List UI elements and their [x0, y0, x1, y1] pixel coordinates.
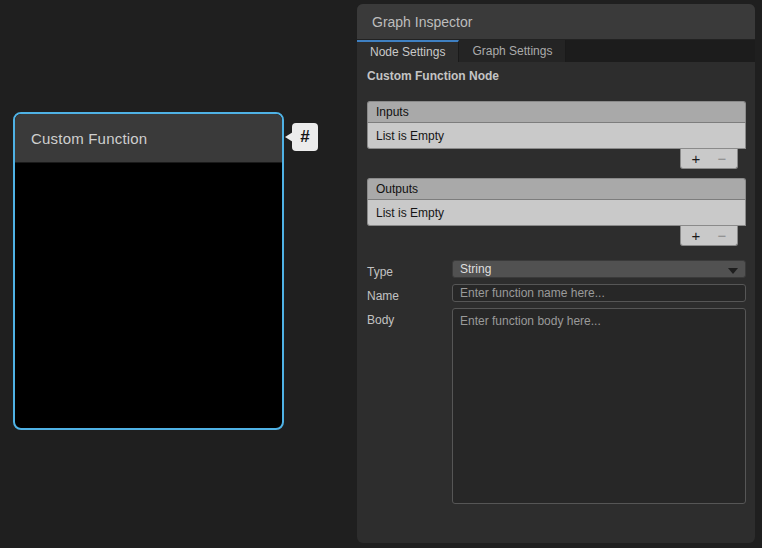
node-title: Custom Function: [31, 130, 147, 147]
inputs-add-button[interactable]: +: [685, 151, 707, 167]
inputs-empty-text: List is Empty: [376, 129, 444, 143]
section-heading: Custom Function Node: [367, 69, 499, 83]
outputs-remove-button[interactable]: −: [711, 228, 733, 244]
inputs-list-header: Inputs: [367, 101, 746, 123]
outputs-add-button[interactable]: +: [685, 228, 707, 244]
inputs-remove-button[interactable]: −: [711, 151, 733, 167]
type-label: Type: [367, 265, 393, 279]
tab-node-settings[interactable]: Node Settings: [357, 40, 459, 62]
inspector-titlebar[interactable]: Graph Inspector: [357, 4, 755, 40]
hash-glyph: #: [300, 127, 309, 147]
outputs-list-header: Outputs: [367, 178, 746, 200]
inputs-list: Inputs List is Empty + −: [367, 101, 746, 169]
function-name-input[interactable]: [452, 284, 746, 302]
inspector-tabbar: Node Settings Graph Settings: [357, 40, 755, 62]
inputs-list-title: Inputs: [376, 105, 409, 119]
node-title-bar[interactable]: Custom Function: [15, 114, 282, 163]
hash-badge-icon[interactable]: #: [292, 123, 318, 151]
outputs-list-footer: + −: [680, 226, 738, 246]
tab-node-settings-label: Node Settings: [370, 45, 445, 59]
outputs-empty-row: List is Empty: [367, 200, 746, 226]
custom-function-node[interactable]: Custom Function: [13, 112, 284, 430]
tab-graph-settings-label: Graph Settings: [472, 44, 552, 58]
type-dropdown[interactable]: String: [452, 260, 746, 278]
type-dropdown-value: String: [460, 262, 491, 276]
inputs-list-footer: + −: [680, 149, 738, 169]
outputs-list: Outputs List is Empty + −: [367, 178, 746, 246]
outputs-empty-text: List is Empty: [376, 206, 444, 220]
outputs-list-title: Outputs: [376, 182, 418, 196]
body-label: Body: [367, 313, 394, 327]
inspector-title: Graph Inspector: [372, 14, 472, 30]
function-body-textarea[interactable]: [452, 308, 746, 504]
tab-graph-settings[interactable]: Graph Settings: [459, 40, 566, 62]
inputs-empty-row: List is Empty: [367, 123, 746, 149]
graph-inspector-panel: Graph Inspector Node Settings Graph Sett…: [357, 4, 755, 543]
name-label: Name: [367, 289, 399, 303]
chevron-down-icon: [728, 268, 738, 274]
